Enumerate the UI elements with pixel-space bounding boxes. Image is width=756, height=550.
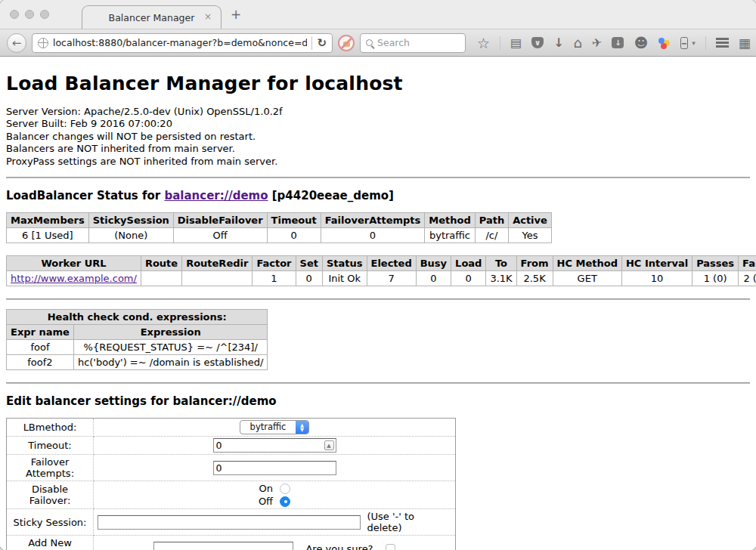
pocket-icon[interactable]: ∨ — [531, 37, 544, 48]
disable-failover-on-radio[interactable] — [280, 484, 290, 494]
tab-title: Balancer Manager — [109, 12, 195, 23]
lbmethod-select[interactable]: bytraffic ▲▼ — [240, 420, 309, 434]
search-input[interactable] — [377, 37, 460, 48]
radio-on-label: On — [259, 483, 273, 494]
worker-table: Worker URL Route RouteRedir Factor Set S… — [6, 255, 756, 286]
disable-failover-off-radio[interactable] — [280, 496, 290, 507]
toolbar-divider — [500, 36, 500, 50]
confirm-label: Are you sure? — [305, 543, 373, 550]
feedback-smiley-icon[interactable]: ☻ — [634, 37, 648, 49]
browser-window: Balancer Manager × + ← localhost:8880/ba… — [0, 0, 756, 550]
balancer-demo-link[interactable]: balancer://demo — [164, 189, 268, 202]
table-row: http://www.example.com/ 1 0 Init Ok 7 0 … — [7, 271, 756, 286]
proxypass-note-line: ProxyPass settings are NOT inherited fro… — [6, 156, 750, 168]
content-blocked-icon[interactable] — [338, 35, 355, 51]
sticky-session-note: (Use '-' to delete) — [367, 511, 451, 533]
timeout-row: Timeout: ▲ — [7, 437, 456, 455]
site-identity-globe-icon[interactable] — [38, 38, 48, 48]
close-window-button[interactable] — [10, 10, 19, 19]
are-you-sure-checkbox[interactable] — [386, 544, 395, 550]
tile-grid-icon[interactable]: ▦ — [739, 36, 751, 51]
send-tab-icon[interactable]: ✈ — [591, 36, 603, 50]
urlbar-divider — [311, 36, 312, 50]
new-tab-button[interactable]: + — [231, 7, 241, 22]
loadbalancer-status-heading: LoadBalancer Status for balancer://demo … — [6, 189, 750, 202]
home-icon[interactable]: ⌂ — [574, 37, 582, 49]
extension-colored-dots-icon[interactable] — [658, 37, 671, 49]
reload-icon[interactable]: ↻ — [317, 36, 327, 50]
window-controls — [10, 10, 49, 19]
bookmarks-clipboard-icon[interactable]: ▤ — [510, 37, 522, 49]
table-header-row: Expr name Expression — [7, 325, 268, 340]
table-row: foof2 hc('body') =~ /domain is establish… — [7, 355, 268, 370]
failover-attempts-input[interactable] — [213, 461, 336, 475]
disable-failover-row: Disable Failover: On Off — [7, 481, 456, 509]
spinner-icon[interactable]: ▲ — [324, 440, 334, 450]
search-icon — [366, 39, 373, 46]
disable-failover-label: Disable Failover: — [7, 481, 94, 509]
select-stepper-icon: ▲▼ — [296, 421, 308, 434]
toolbar-divider — [705, 36, 706, 50]
table-row: 6 [1 Used] (None) Off 0 0 bytraffic /c/ … — [7, 228, 552, 243]
url-bar[interactable]: localhost:8880/balancer-manager?b=demo&n… — [32, 33, 333, 53]
timeout-input[interactable] — [213, 438, 336, 453]
add-worker-row: Add New Worker: Are you sure? — [7, 536, 456, 550]
timeout-label: Timeout: — [7, 437, 94, 455]
battery-extension-icon[interactable] — [680, 37, 688, 49]
failover-attempts-label: Failover Attempts: — [7, 455, 94, 481]
table-title-row: Health check cond. expressions: — [7, 310, 268, 325]
minimize-window-button[interactable] — [25, 10, 34, 19]
toolbar-icons: ☆ ▤ ∨ ↓ ⌂ ✈ ↓ ☻ ▾ ▦ — [477, 36, 751, 51]
add-worker-input[interactable] — [153, 542, 293, 550]
edit-settings-heading: Edit balancer settings for balancer://de… — [6, 394, 750, 408]
add-worker-label: Add New Worker: — [7, 536, 94, 550]
tab-balancer-manager[interactable]: Balancer Manager × — [82, 5, 222, 29]
back-button[interactable]: ← — [7, 33, 26, 53]
bookmark-star-icon[interactable]: ☆ — [477, 37, 490, 49]
table-header-row: MaxMembers StickySession DisableFailover… — [7, 213, 552, 228]
balancers-note-line: Balancers are NOT inherited from main se… — [6, 143, 750, 155]
divider — [6, 177, 750, 178]
server-built-line: Server Built: Feb 9 2016 07:00:20 — [6, 118, 750, 130]
tab-close-icon[interactable]: × — [204, 12, 212, 21]
lbmethod-label: LBmethod: — [7, 419, 94, 437]
radio-off-label: Off — [259, 496, 273, 507]
balancer-settings-form: LBmethod: bytraffic ▲▼ Timeout: — [6, 418, 456, 550]
balancer-status-table: MaxMembers StickySession DisableFailover… — [6, 212, 552, 243]
search-bar[interactable] — [360, 33, 466, 53]
sticky-session-label: Sticky Session: — [7, 509, 94, 536]
health-check-table: Health check cond. expressions: Expr nam… — [6, 309, 268, 370]
url-text[interactable]: localhost:8880/balancer-manager?b=demo&n… — [53, 37, 307, 48]
persist-note-line: Balancer changes will NOT be persisted o… — [6, 131, 750, 143]
sticky-session-row: Sticky Session: (Use '-' to delete) — [7, 509, 456, 536]
titlebar: Balancer Manager × + — [0, 0, 756, 29]
navigation-toolbar: ← localhost:8880/balancer-manager?b=demo… — [0, 29, 756, 57]
table-row: foof %{REQUEST_STATUS} =~ /^[234]/ — [7, 340, 268, 355]
chevron-down-icon[interactable]: ▾ — [692, 37, 696, 49]
server-info: Server Version: Apache/2.5.0-dev (Unix) … — [6, 106, 750, 168]
lbmethod-row: LBmethod: bytraffic ▲▼ — [7, 419, 456, 437]
page-content: Load Balancer Manager for localhost Serv… — [0, 57, 756, 550]
divider — [6, 298, 750, 300]
worker-url-link[interactable]: http://www.example.com/ — [11, 273, 137, 284]
sticky-session-input[interactable] — [98, 515, 361, 530]
page-title: Load Balancer Manager for localhost — [6, 57, 750, 94]
server-version-line: Server Version: Apache/2.5.0-dev (Unix) … — [6, 106, 750, 118]
zoom-window-button[interactable] — [40, 10, 49, 19]
table-header-row: Worker URL Route RouteRedir Factor Set S… — [7, 256, 756, 271]
save-page-icon[interactable]: ↓ — [612, 37, 624, 48]
menu-hamburger-icon[interactable] — [716, 38, 729, 39]
divider — [6, 382, 750, 384]
downloads-icon[interactable]: ↓ — [553, 37, 563, 49]
failover-attempts-row: Failover Attempts: — [7, 455, 456, 481]
